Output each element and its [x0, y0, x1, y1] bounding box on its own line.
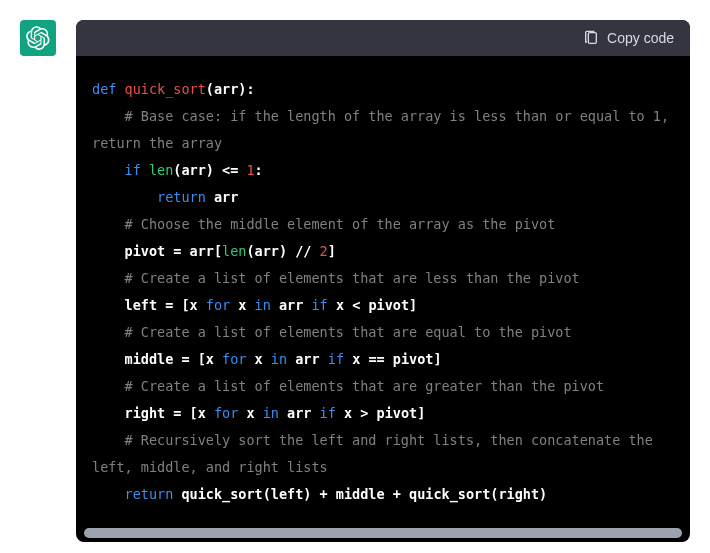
chat-response-container: Copy code def quick_sort(arr): # Base ca…	[0, 0, 710, 553]
assistant-avatar	[20, 20, 56, 56]
copy-code-button[interactable]: Copy code	[583, 30, 674, 46]
openai-logo-icon	[26, 26, 50, 50]
clipboard-icon	[583, 30, 599, 46]
copy-code-label: Copy code	[607, 30, 674, 46]
horizontal-scrollbar[interactable]	[84, 528, 682, 538]
code-content: def quick_sort(arr): # Base case: if the…	[92, 76, 674, 508]
code-body: def quick_sort(arr): # Base case: if the…	[76, 56, 690, 528]
svg-rect-0	[588, 33, 596, 44]
code-header: Copy code	[76, 20, 690, 56]
code-block: Copy code def quick_sort(arr): # Base ca…	[76, 20, 690, 542]
